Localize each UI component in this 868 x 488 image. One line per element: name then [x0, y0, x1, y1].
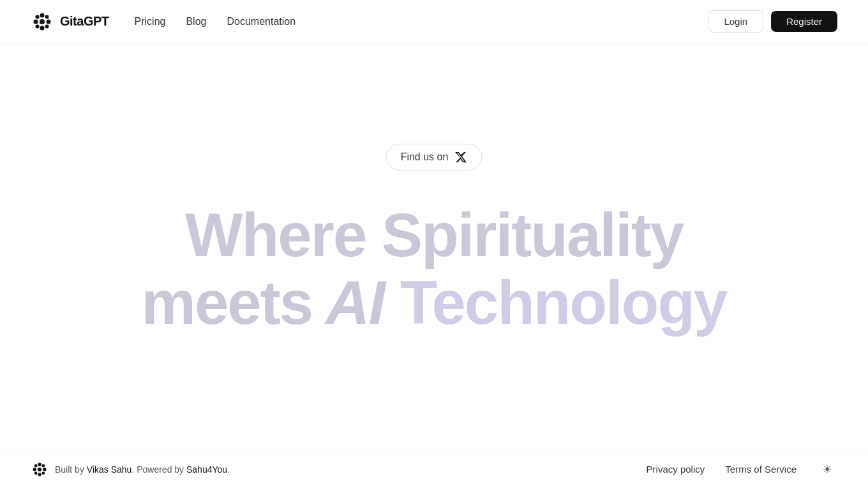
register-button[interactable]: Register	[771, 11, 837, 32]
nav-right: Login Register	[708, 10, 837, 33]
footer-right: Privacy policy Terms of Service ☀	[647, 459, 837, 480]
privacy-policy-link[interactable]: Privacy policy	[647, 464, 705, 475]
hero-technology-text: Technology	[384, 268, 726, 337]
vikas-sahu-link[interactable]: Vikas Sahu	[87, 464, 132, 475]
svg-point-15	[42, 464, 45, 467]
svg-point-12	[33, 468, 36, 471]
svg-point-13	[43, 468, 46, 471]
logo-icon	[31, 10, 54, 33]
nav-link-blog[interactable]: Blog	[186, 16, 206, 27]
footer-left: Built by Vikas Sahu. Powered by Sahu4You…	[31, 461, 230, 478]
svg-point-1	[40, 13, 45, 17]
navbar: GitaGPT Pricing Blog Documentation Login…	[0, 0, 868, 43]
hero-line2: meets AI Technology	[142, 269, 727, 337]
svg-point-2	[40, 26, 45, 30]
hero-ai-text: AI	[312, 268, 384, 337]
svg-point-6	[45, 15, 49, 19]
svg-point-11	[38, 473, 41, 476]
svg-point-0	[40, 19, 45, 24]
login-button[interactable]: Login	[708, 10, 763, 33]
footer-built-text: Built by Vikas Sahu. Powered by Sahu4You…	[55, 464, 230, 475]
hero-heading: Where Spirituality meets AI Technology	[142, 201, 727, 336]
theme-icon: ☀	[822, 462, 832, 477]
hero-line1: Where Spirituality	[142, 201, 727, 269]
theme-toggle-button[interactable]: ☀	[817, 459, 837, 480]
svg-point-8	[45, 24, 49, 28]
nav-left: GitaGPT Pricing Blog Documentation	[31, 10, 296, 33]
find-us-badge[interactable]: Find us on	[386, 144, 483, 171]
nav-link-pricing[interactable]: Pricing	[135, 16, 166, 27]
nav-links: Pricing Blog Documentation	[135, 16, 296, 27]
svg-point-16	[34, 471, 38, 475]
find-us-text: Find us on	[401, 151, 449, 163]
svg-point-14	[34, 464, 38, 467]
svg-point-3	[34, 19, 38, 24]
logo-text: GitaGPT	[60, 14, 109, 29]
svg-point-5	[36, 15, 40, 19]
svg-point-17	[42, 471, 45, 475]
footer-logo-icon	[31, 461, 49, 478]
svg-point-10	[38, 462, 41, 466]
terms-of-service-link[interactable]: Terms of Service	[725, 464, 797, 475]
footer: Built by Vikas Sahu. Powered by Sahu4You…	[0, 450, 868, 488]
svg-point-4	[47, 19, 51, 24]
logo-link[interactable]: GitaGPT	[31, 10, 109, 33]
svg-point-9	[38, 467, 41, 471]
nav-link-documentation[interactable]: Documentation	[227, 16, 296, 27]
main-content: Find us on Where Spirituality meets AI T…	[0, 43, 868, 450]
svg-point-7	[36, 24, 40, 28]
sahu4you-link[interactable]: Sahu4You	[186, 464, 227, 475]
hero-meets-text: meets	[142, 268, 313, 337]
x-twitter-icon	[454, 151, 467, 164]
